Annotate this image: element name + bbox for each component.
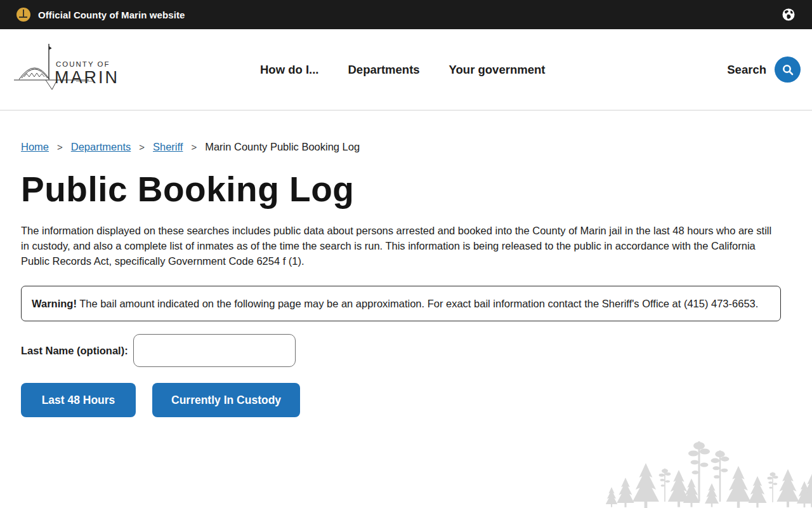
search-label[interactable]: Search [727, 63, 766, 77]
globe-icon [782, 8, 796, 22]
last-name-input[interactable] [133, 334, 296, 367]
main-content: Home > Departments > Sheriff > Marin Cou… [0, 111, 812, 508]
page-title: Public Booking Log [21, 170, 782, 209]
nav-your-government[interactable]: Your government [449, 63, 546, 77]
breadcrumb-home[interactable]: Home [21, 141, 49, 153]
search-icon [782, 64, 794, 76]
search-buttons-row: Last 48 Hours Currently In Custody [21, 383, 782, 417]
main-navigation: How do I... Departments Your government [260, 29, 545, 110]
last-name-label: Last Name (optional): [21, 345, 128, 357]
warning-box: Warning! The bail amount indicated on th… [21, 286, 781, 321]
logo-text-county-of: COUNTY OF [56, 60, 110, 68]
breadcrumb-current-page: Marin County Public Booking Log [205, 141, 360, 153]
breadcrumb-departments[interactable]: Departments [71, 141, 131, 153]
county-of-marin-logo[interactable]: COUNTY OF MARIN [13, 41, 130, 98]
nav-how-do-i[interactable]: How do I... [260, 63, 319, 77]
breadcrumb-sheriff[interactable]: Sheriff [153, 141, 183, 153]
official-website-text: Official County of Marin website [38, 10, 185, 20]
logo-text-marin: MARIN [55, 68, 119, 87]
last-name-form-row: Last Name (optional): [21, 334, 782, 367]
search-area: Search [727, 57, 801, 83]
gold-civic-badge-icon [16, 8, 30, 22]
breadcrumb: Home > Departments > Sheriff > Marin Cou… [21, 141, 782, 153]
breadcrumb-separator: > [191, 142, 197, 152]
language-button[interactable] [782, 8, 796, 22]
site-header: COUNTY OF MARIN How do I... Departments … [0, 29, 812, 110]
breadcrumb-separator: > [57, 142, 63, 152]
breadcrumb-separator: > [139, 142, 145, 152]
nav-departments[interactable]: Departments [348, 63, 420, 77]
last-48-hours-button[interactable]: Last 48 Hours [21, 383, 136, 417]
search-button[interactable] [775, 57, 801, 83]
intro-paragraph: The information displayed on these searc… [21, 223, 782, 269]
warning-label: Warning! [32, 298, 77, 309]
warning-text: The bail amount indicated on the followi… [77, 298, 758, 309]
currently-in-custody-button[interactable]: Currently In Custody [152, 383, 300, 417]
official-banner-left: Official County of Marin website [16, 8, 185, 22]
official-banner: Official County of Marin website [0, 0, 812, 29]
